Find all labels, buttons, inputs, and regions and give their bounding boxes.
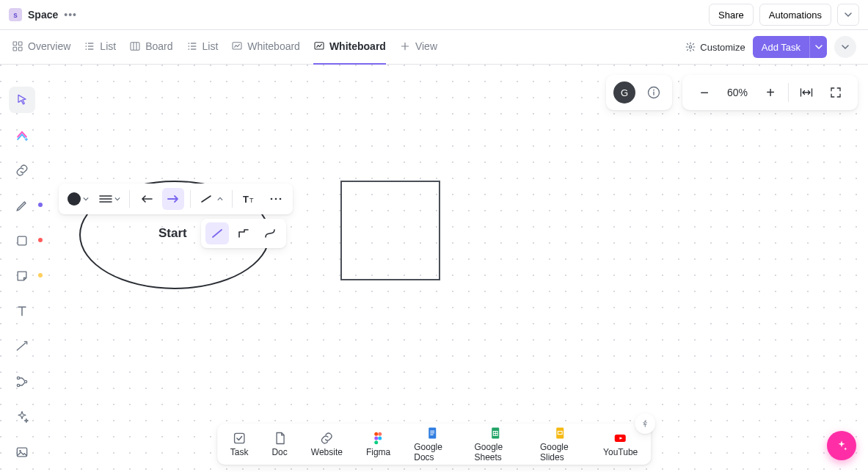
fit-width-button[interactable] — [792, 75, 821, 110]
insert-website[interactable]: Website — [311, 431, 343, 457]
customize-button[interactable]: Customize — [685, 42, 745, 53]
fullscreen-button[interactable] — [821, 75, 850, 110]
share-button[interactable]: Share — [709, 4, 754, 26]
overview-icon — [12, 40, 23, 52]
svg-point-32 — [271, 198, 273, 200]
automations-button[interactable]: Automations — [759, 4, 831, 26]
presence-pill: G — [606, 75, 672, 110]
tab-label: View — [415, 40, 437, 52]
insert-google-docs[interactable]: Google Docs — [414, 426, 451, 462]
insert-task[interactable]: Task — [230, 431, 249, 457]
image-icon — [15, 445, 29, 460]
clickup-item-icon — [15, 128, 29, 142]
arrow-start-button[interactable] — [136, 188, 158, 210]
separator — [788, 83, 789, 102]
svg-rect-5 — [88, 43, 93, 43]
tab-overview-0[interactable]: Overview — [12, 30, 70, 65]
connector-curved-button[interactable] — [258, 222, 282, 244]
tool-diagram[interactable] — [9, 368, 35, 395]
toolbar-more-button[interactable] — [265, 188, 287, 210]
text-size-icon: TT — [243, 193, 256, 205]
chevron-down-icon — [842, 43, 849, 51]
svg-rect-25 — [17, 448, 26, 457]
youtube-icon — [613, 431, 628, 446]
connector-type-popup — [201, 219, 286, 248]
connector-icon — [15, 339, 29, 354]
tool-pen[interactable] — [9, 192, 35, 219]
zoom-value[interactable]: 60% — [719, 87, 756, 98]
tab-view-6[interactable]: View — [399, 30, 437, 65]
figma-icon — [371, 431, 386, 446]
svg-point-38 — [375, 437, 379, 440]
insert-doc[interactable]: Doc — [271, 431, 287, 457]
board-icon — [129, 40, 141, 52]
link-icon — [15, 163, 29, 178]
info-button[interactable] — [643, 81, 665, 104]
add-task-button[interactable]: Add Task — [753, 36, 809, 58]
tab-list-3[interactable]: List — [186, 30, 219, 65]
line-type-button[interactable] — [197, 188, 226, 210]
add-task-caret-button[interactable] — [809, 36, 827, 58]
tab-whiteboard-4[interactable]: Whiteboard — [231, 30, 300, 65]
arrow-right-icon — [167, 194, 180, 204]
insert-google-slides[interactable]: Google Slides — [540, 426, 580, 462]
tab-list-1[interactable]: List — [84, 30, 116, 65]
svg-rect-47 — [556, 428, 564, 439]
sparkle-icon — [835, 439, 848, 452]
tool-text[interactable] — [9, 298, 35, 324]
svg-rect-7 — [88, 46, 93, 46]
tool-image[interactable] — [9, 439, 35, 465]
insert-label: Doc — [271, 447, 287, 457]
stroke-style-button[interactable] — [96, 188, 123, 210]
tool-ai[interactable] — [9, 404, 35, 430]
canvas-rectangle[interactable] — [340, 181, 440, 280]
svg-rect-44 — [430, 435, 433, 435]
fill-color-button[interactable] — [65, 188, 92, 210]
space-icon[interactable]: s — [9, 8, 22, 21]
svg-point-8 — [86, 48, 87, 50]
insert-label: Figma — [366, 447, 390, 457]
automations-caret-button[interactable] — [837, 4, 859, 26]
svg-point-24 — [24, 380, 26, 382]
svg-rect-21 — [18, 236, 26, 245]
svg-point-15 — [188, 48, 189, 50]
tool-clickup-item[interactable] — [9, 122, 35, 148]
diagonal-line-icon — [200, 194, 213, 204]
svg-rect-3 — [18, 47, 22, 51]
svg-point-13 — [188, 46, 189, 47]
insert-google-sheets[interactable]: Google Sheets — [475, 426, 517, 462]
connector-elbow-button[interactable] — [232, 222, 255, 244]
svg-rect-35 — [234, 433, 244, 443]
arrow-end-button[interactable] — [162, 188, 184, 210]
insert-figma[interactable]: Figma — [366, 431, 390, 457]
tool-link[interactable] — [9, 157, 35, 184]
tool-connector[interactable] — [9, 333, 35, 360]
tool-sticky[interactable] — [9, 263, 35, 289]
views-more-button[interactable] — [834, 36, 856, 58]
space-more-icon[interactable]: ••• — [64, 9, 77, 21]
tool-select[interactable] — [9, 87, 35, 113]
connector-straight-button[interactable] — [205, 222, 229, 244]
text-style-button[interactable]: TT — [238, 188, 260, 210]
svg-point-36 — [375, 432, 379, 436]
svg-text:T: T — [243, 194, 249, 205]
google-slides-icon — [552, 426, 567, 440]
tab-whiteboard-5[interactable]: Whiteboard — [313, 30, 386, 65]
avatar[interactable]: G — [613, 81, 635, 104]
ai-fab-button[interactable] — [827, 431, 856, 460]
chevron-up-icon — [217, 196, 223, 202]
lines-icon — [99, 194, 112, 204]
tab-board-2[interactable]: Board — [129, 30, 172, 65]
website-icon — [319, 431, 334, 446]
tab-label: List — [100, 40, 116, 52]
shape-toolbar: TT — [59, 184, 293, 214]
insert-youtube[interactable]: YouTube — [603, 431, 638, 457]
tool-shape[interactable] — [9, 228, 35, 254]
ai-icon — [15, 410, 29, 424]
svg-rect-1 — [18, 42, 22, 46]
zoom-out-button[interactable]: − — [690, 75, 719, 110]
sticky-icon — [15, 269, 29, 283]
zoom-in-button[interactable]: + — [756, 75, 785, 110]
indicator-dot-icon — [38, 203, 43, 207]
pin-button[interactable] — [635, 413, 655, 434]
